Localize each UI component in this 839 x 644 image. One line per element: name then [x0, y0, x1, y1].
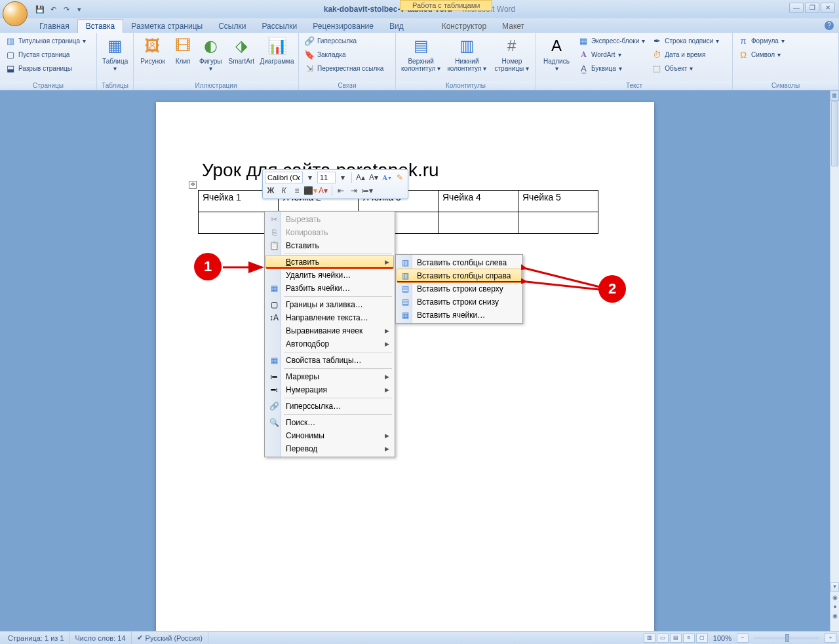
ctx-lookup[interactable]: 🔍Поиск… — [266, 416, 393, 429]
decrease-indent-icon[interactable]: ⇤ — [335, 185, 347, 197]
ctx-numbering[interactable]: ≕Нумерация▶ — [266, 383, 393, 396]
ctx-hyperlink[interactable]: 🔗Гиперссылка… — [266, 400, 393, 413]
textbox-button[interactable]: AНадпись▾ — [539, 34, 574, 73]
bookmark-button[interactable]: 🔖Закладка — [302, 48, 386, 61]
shrink-font-icon[interactable]: A▾ — [368, 172, 380, 183]
view-web-icon[interactable]: ▤ — [670, 634, 682, 643]
ruler-toggle[interactable]: ▦ — [830, 90, 839, 101]
hyperlink-button[interactable]: 🔗Гиперссылка — [302, 34, 386, 47]
scroll-down-icon[interactable]: ▼ — [830, 582, 839, 592]
ctx-synonyms[interactable]: Синонимы▶ — [266, 429, 393, 442]
equation-button[interactable]: πФормула ▾ — [735, 34, 787, 47]
sub-rows-above[interactable]: ▤Вставить строки сверху — [397, 282, 521, 295]
status-page[interactable]: Страница: 1 из 1 — [3, 632, 70, 644]
highlight-icon[interactable]: ⬛▾ — [304, 185, 316, 197]
ctx-cut[interactable]: ✂Вырезать — [266, 213, 393, 226]
view-fullscreen-icon[interactable]: ▭ — [657, 634, 669, 643]
header-button[interactable]: ▤Верхний колонтитул ▾ — [399, 34, 443, 73]
tab-insert[interactable]: Вставка — [77, 19, 124, 33]
cover-page-button[interactable]: ▥Титульная страница ▾ — [3, 34, 88, 47]
table-button[interactable]: ▦Таблица▾ — [100, 34, 130, 73]
ctx-insert[interactable]: Вставить▶ — [265, 255, 394, 269]
wordart-button[interactable]: 𝐀WordArt ▾ — [576, 48, 648, 61]
smartart-button[interactable]: ⬗SmartArt — [226, 34, 257, 66]
styles-icon[interactable]: 𝐀▾ — [381, 172, 393, 183]
tab-review[interactable]: Рецензирование — [305, 20, 381, 33]
prev-page-icon[interactable]: ◉ — [830, 593, 839, 602]
footer-button[interactable]: ▥Нижний колонтитул ▾ — [444, 34, 489, 73]
ctx-cell-align[interactable]: Выравнивание ячеек▶ — [266, 324, 393, 337]
quickparts-button[interactable]: ▦Экспресс-блоки ▾ — [576, 34, 648, 47]
office-button[interactable] — [3, 1, 28, 26]
tab-layout[interactable]: Макет — [494, 20, 532, 33]
format-painter-icon[interactable]: ✎ — [394, 172, 406, 183]
bold-icon[interactable]: Ж — [265, 185, 277, 197]
ctx-paste[interactable]: 📋Вставить — [266, 239, 393, 252]
ctx-split-cells[interactable]: ▦Разбить ячейки… — [266, 282, 393, 295]
pagenum-button[interactable]: #Номер страницы ▾ — [491, 34, 533, 73]
font-name-input[interactable] — [265, 172, 303, 183]
page-break-button[interactable]: ⬓Разрыв страницы — [3, 62, 88, 75]
table-cell[interactable]: Ячейка 4 — [439, 191, 518, 212]
ctx-copy[interactable]: ⎘Копировать — [266, 226, 393, 239]
view-print-layout-icon[interactable]: ▥ — [644, 634, 655, 643]
tab-home[interactable]: Главная — [31, 20, 77, 33]
shapes-button[interactable]: ◐Фигуры▾ — [197, 34, 224, 73]
help-icon[interactable]: ? — [825, 21, 834, 30]
tab-view[interactable]: Вид — [381, 20, 412, 33]
tab-page-layout[interactable]: Разметка страницы — [123, 20, 210, 33]
table-move-handle[interactable]: ✥ — [189, 181, 197, 189]
font-size-input[interactable] — [317, 172, 336, 183]
status-words[interactable]: Число слов: 14 — [70, 632, 132, 644]
status-lang[interactable]: ✔Русский (Россия) — [132, 632, 208, 644]
symbol-button[interactable]: ΩСимвол ▾ — [735, 48, 787, 61]
close-button[interactable]: ✕ — [821, 3, 835, 13]
ctx-table-props[interactable]: ▦Свойства таблицы… — [266, 354, 393, 367]
save-icon[interactable]: 💾 — [34, 3, 46, 15]
font-color-icon[interactable]: A▾ — [317, 185, 329, 197]
scroll-thumb[interactable] — [831, 101, 838, 166]
tab-mailings[interactable]: Рассылки — [254, 20, 305, 33]
align-center-icon[interactable]: ≡ — [291, 185, 303, 197]
ctx-delete-cells[interactable]: Удалить ячейки… — [266, 269, 393, 282]
crossref-button[interactable]: ⇲Перекрестная ссылка — [302, 62, 386, 75]
qat-customize-icon[interactable]: ▾ — [73, 3, 85, 15]
zoom-slider[interactable] — [754, 637, 819, 639]
clipart-button[interactable]: 🎞Клип — [170, 34, 195, 66]
zoom-out-icon[interactable]: − — [737, 634, 749, 643]
tab-design[interactable]: Конструктор — [434, 20, 494, 33]
maximize-button[interactable]: ❐ — [805, 3, 819, 13]
undo-icon[interactable]: ↶ — [47, 3, 59, 15]
ctx-bullets[interactable]: ≔Маркеры▶ — [266, 370, 393, 383]
object-button[interactable]: ⬚Объект ▾ — [649, 62, 722, 75]
zoom-in-icon[interactable]: + — [825, 634, 836, 643]
view-draft-icon[interactable]: ▢ — [696, 634, 708, 643]
grow-font-icon[interactable]: A▴ — [355, 172, 366, 183]
redo-icon[interactable]: ↷ — [60, 3, 72, 15]
ctx-borders[interactable]: ▢Границы и заливка… — [266, 298, 393, 311]
minimize-button[interactable]: — — [789, 3, 804, 13]
ctx-translate[interactable]: Перевод▶ — [266, 442, 393, 455]
tab-references[interactable]: Ссылки — [210, 20, 254, 33]
size-dropdown-icon[interactable]: ▾ — [337, 172, 349, 183]
sub-rows-below[interactable]: ▤Вставить строки снизу — [397, 295, 521, 309]
view-outline-icon[interactable]: ≡ — [683, 634, 695, 643]
dropcap-button[interactable]: A̲Буквица ▾ — [576, 62, 648, 75]
table-cell[interactable]: Ячейка 5 — [518, 191, 598, 212]
browse-object-icon[interactable]: ● — [830, 602, 839, 611]
vertical-scrollbar[interactable]: ▲ ▼ ◉ ● ◉ — [830, 90, 839, 631]
italic-icon[interactable]: К — [278, 185, 290, 197]
picture-button[interactable]: 🖼Рисунок — [136, 34, 169, 66]
sub-cells[interactable]: ▦Вставить ячейки… — [397, 309, 521, 322]
ctx-textdir[interactable]: ↕AНаправление текста… — [266, 311, 393, 324]
bullets-icon[interactable]: ≔▾ — [361, 185, 373, 197]
chart-button[interactable]: 📊Диаграмма — [258, 34, 296, 66]
blank-page-button[interactable]: ▢Пустая страница — [3, 48, 88, 61]
font-dropdown-icon[interactable]: ▾ — [304, 172, 316, 183]
zoom-level[interactable]: 100% — [713, 634, 732, 642]
sigline-button[interactable]: ✒Строка подписи ▾ — [649, 34, 722, 47]
sub-cols-left[interactable]: ▥Вставить столбцы слева — [397, 256, 521, 269]
sub-cols-right[interactable]: ▥Вставить столбцы справа — [397, 269, 522, 283]
ctx-autofit[interactable]: Автоподбор▶ — [266, 337, 393, 350]
increase-indent-icon[interactable]: ⇥ — [348, 185, 360, 197]
